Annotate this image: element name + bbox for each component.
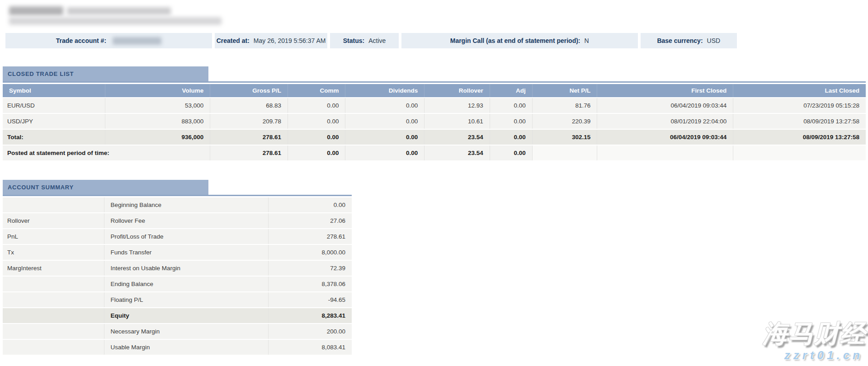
cell-gross-p-l: 278.61 <box>210 145 288 161</box>
cell-volume: 883,000 <box>105 113 210 129</box>
cell-rollover: 23.54 <box>425 129 490 145</box>
summary-value: 200.00 <box>268 324 352 339</box>
logo-blur-block <box>67 7 171 15</box>
summary-row-ending-balance: Ending Balance8,378.06 <box>3 276 352 292</box>
summary-row-usable-margin: Usable Margin8,083.41 <box>3 339 352 355</box>
cell-rollover: 10.61 <box>425 113 490 129</box>
cell-symbol: EUR/USD <box>3 98 105 113</box>
column-header-dividends: Dividends <box>345 84 425 98</box>
total-row: Total:936,000278.610.000.0023.540.00302.… <box>3 129 866 145</box>
summary-code <box>3 276 104 292</box>
summary-code <box>3 292 104 308</box>
company-logo-blurred <box>8 5 230 27</box>
account-info-bar: Trade account #: Created at: May 26, 201… <box>5 33 737 48</box>
summary-row-rollover-fee: RolloverRollover Fee27.06 <box>3 213 352 229</box>
cell-last-closed: 08/09/2019 13:27:58 <box>733 129 866 145</box>
account-summary-tab-bar: ACCOUNT SUMMARY <box>3 180 352 196</box>
cell-volume: 53,000 <box>105 98 210 113</box>
account-summary-table: Beginning Balance0.00RolloverRollover Fe… <box>3 197 352 356</box>
cell-net-p-l-empty <box>532 145 597 161</box>
cell-comm: 0.00 <box>288 129 345 145</box>
cell-comm: 0.00 <box>288 145 345 161</box>
summary-code <box>3 339 104 355</box>
summary-row-equity: Equity8,283.41 <box>3 308 352 324</box>
margin-call-value: N <box>585 37 589 44</box>
cell-gross-p-l: 68.83 <box>210 98 288 113</box>
base-currency-field: Base currency: USD <box>641 33 737 48</box>
cell-volume: 936,000 <box>105 129 210 145</box>
cell-comm: 0.00 <box>288 98 345 113</box>
cell-dividends: 0.00 <box>345 98 425 113</box>
column-header-gross-p-l: Gross P/L <box>210 84 288 98</box>
column-header-symbol: Symbol <box>3 84 105 98</box>
summary-row-funds-transfer: TxFunds Transfer8,000.00 <box>3 244 352 260</box>
cell-adj: 0.00 <box>490 145 532 161</box>
summary-label: Interest on Usable Margin <box>104 260 268 276</box>
cell-net-p-l: 81.76 <box>532 98 597 113</box>
summary-label: Equity <box>104 308 268 324</box>
watermark-cjk-text: 海马财经 <box>763 321 866 346</box>
column-header-rollover: Rollover <box>425 84 490 98</box>
cell-gross-p-l: 209.78 <box>210 113 288 129</box>
cell-rollover: 23.54 <box>425 145 490 161</box>
cell-dividends: 0.00 <box>345 113 425 129</box>
summary-code: PnL <box>3 229 104 244</box>
cell-last-closed-empty <box>733 145 866 161</box>
summary-code <box>3 308 104 324</box>
summary-value: 27.06 <box>268 213 352 229</box>
summary-value: 8,283.41 <box>268 308 352 324</box>
created-at-field: Created at: May 26, 2019 5:56:37 AM <box>215 33 327 48</box>
closed-trade-table: SymbolVolumeGross P/LCommDividendsRollov… <box>3 84 866 161</box>
column-header-last-closed: Last Closed <box>733 84 866 98</box>
summary-code: MargInterest <box>3 260 104 276</box>
cell-first-closed: 06/04/2019 09:03:44 <box>597 129 733 145</box>
summary-label: Profit/Loss of Trade <box>104 229 268 244</box>
summary-value: 278.61 <box>268 229 352 244</box>
cell-rollover: 12.93 <box>425 98 490 113</box>
created-at-value: May 26, 2019 5:56:37 AM <box>254 37 326 44</box>
summary-code: Tx <box>3 244 104 260</box>
cell-symbol: USD/JPY <box>3 113 105 129</box>
column-header-first-closed: First Closed <box>597 84 733 98</box>
summary-row-beginning-balance: Beginning Balance0.00 <box>3 197 352 213</box>
summary-value: 8,000.00 <box>268 244 352 260</box>
cell-symbol: Total: <box>3 129 105 145</box>
cell-net-p-l: 220.39 <box>532 113 597 129</box>
account-number-redacted <box>113 37 161 45</box>
status-value: Active <box>368 37 386 44</box>
cell-adj: 0.00 <box>490 113 532 129</box>
column-header-adj: Adj <box>490 84 532 98</box>
summary-label: Beginning Balance <box>104 197 268 213</box>
cell-adj: 0.00 <box>490 98 532 113</box>
cell-gross-p-l: 278.61 <box>210 129 288 145</box>
account-summary-section: ACCOUNT SUMMARY Beginning Balance0.00Rol… <box>3 180 352 356</box>
cell-dividends: 0.00 <box>345 145 425 161</box>
margin-call-label: Margin Call (as at end of statement peri… <box>450 37 580 44</box>
status-field: Status: Active <box>330 33 399 48</box>
cell-first-closed: 08/01/2019 22:04:00 <box>597 113 733 129</box>
cell-first-closed-empty <box>597 145 733 161</box>
column-header-net-p-l: Net P/L <box>532 84 597 98</box>
cell-comm: 0.00 <box>288 113 345 129</box>
watermark: 海马财经 zzrt01.cn <box>763 321 866 362</box>
posted-row-label: Posted at statement period of time: <box>3 145 210 161</box>
margin-call-field: Margin Call (as at end of statement peri… <box>401 33 638 48</box>
base-currency-label: Base currency: <box>657 37 703 44</box>
summary-value: 72.39 <box>268 260 352 276</box>
closed-trade-list-section: CLOSED TRADE LIST SymbolVolumeGross P/LC… <box>3 66 866 161</box>
column-header-volume: Volume <box>105 84 210 98</box>
summary-code: Rollover <box>3 213 104 229</box>
summary-code <box>3 324 104 339</box>
closed-trade-header-row: SymbolVolumeGross P/LCommDividendsRollov… <box>3 84 866 98</box>
summary-value: 8,083.41 <box>268 339 352 355</box>
summary-label: Necessary Margin <box>104 324 268 339</box>
summary-value: 8,378.06 <box>268 276 352 292</box>
status-label: Status: <box>343 37 364 44</box>
logo-blur-block <box>9 6 63 15</box>
cell-adj: 0.00 <box>490 129 532 145</box>
summary-code <box>3 197 104 213</box>
summary-value: -94.65 <box>268 292 352 308</box>
account-summary-title: ACCOUNT SUMMARY <box>3 180 208 195</box>
closed-trade-list-title: CLOSED TRADE LIST <box>3 66 208 81</box>
summary-value: 0.00 <box>268 197 352 213</box>
